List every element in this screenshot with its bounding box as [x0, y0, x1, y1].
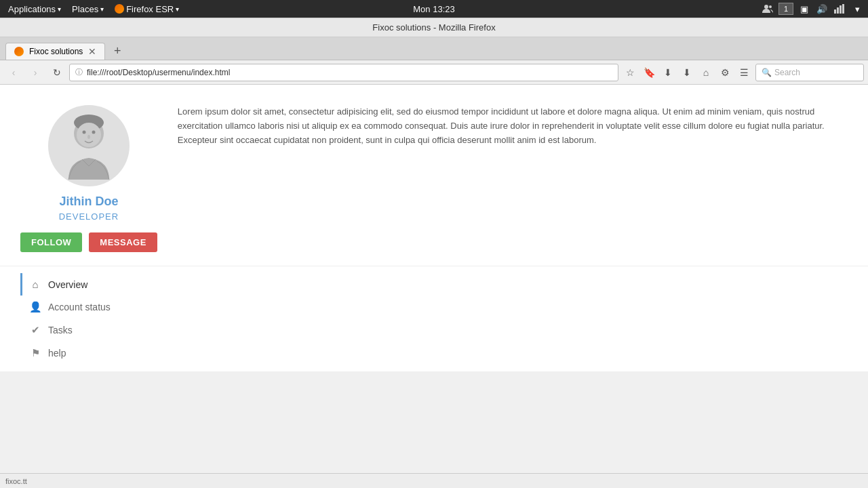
search-icon: 🔍: [762, 68, 772, 77]
home-bookmark-icon[interactable]: 🔖: [640, 64, 658, 81]
nav-item-help[interactable]: ⚑ help: [20, 342, 868, 365]
profile-right: Lorem ipsum dolor sit amet, consectetur …: [178, 98, 848, 252]
places-chevron-icon: ▾: [100, 5, 104, 13]
navigation-bar: ‹ › ↻ ⓘ ☆ 🔖 ⬇ ⬇ ⌂ ⚙ ☰ 🔍 Search: [0, 60, 868, 85]
users-tray-icon[interactable]: [761, 2, 774, 16]
workspace-indicator[interactable]: 1: [778, 3, 793, 15]
avatar: [48, 105, 130, 186]
network-icon[interactable]: [833, 2, 846, 16]
bookmark-star-icon[interactable]: ☆: [621, 64, 639, 81]
places-menu[interactable]: Places ▾: [68, 3, 108, 16]
search-bar[interactable]: 🔍 Search: [755, 64, 864, 81]
nav-account-label: Account status: [48, 302, 111, 312]
browser-window: Fixoc solutions - Mozilla Firefox Fixoc …: [0, 18, 868, 85]
browser-footer: fixoc.tt: [0, 473, 868, 488]
svg-point-11: [87, 135, 90, 139]
browser-toolbar-icons: ☆ 🔖 ⬇ ⬇ ⌂ ⚙ ☰: [621, 64, 753, 81]
search-placeholder: Search: [774, 68, 800, 77]
svg-point-10: [92, 131, 95, 134]
pocket-icon[interactable]: ⬇: [659, 64, 677, 81]
nav-tasks-label: Tasks: [48, 325, 73, 336]
browser-title: Fixoc solutions - Mozilla Firefox: [372, 22, 495, 33]
home-nav-icon: ⌂: [29, 279, 41, 290]
nav-item-account-status[interactable]: 👤 Account status: [20, 296, 868, 319]
tab-close-button[interactable]: ✕: [88, 47, 96, 56]
footer-text: fixoc.tt: [5, 477, 27, 485]
tab-favicon: [14, 47, 24, 56]
developer-tools-icon[interactable]: ⚙: [716, 64, 734, 81]
user-nav-icon: 👤: [29, 301, 41, 313]
side-navigation: ⌂ Overview 👤 Account status ✔ Tasks ⚑ he…: [0, 266, 868, 371]
home-button[interactable]: ⌂: [697, 64, 715, 81]
nav-item-tasks[interactable]: ✔ Tasks: [20, 319, 868, 342]
message-button[interactable]: MESSAGE: [89, 232, 157, 252]
svg-point-0: [764, 5, 768, 9]
applications-menu[interactable]: Applications ▾: [4, 3, 65, 16]
avatar-image: [55, 112, 123, 180]
active-tab[interactable]: Fixoc solutions ✕: [5, 43, 105, 60]
nav-overview-label: Overview: [48, 279, 87, 290]
profile-section: Jithin Doe DEVELOPER FOLLOW MESSAGE Lore…: [0, 85, 868, 266]
nav-item-overview[interactable]: ⌂ Overview: [20, 273, 868, 296]
browser-chevron-icon: ▾: [176, 5, 179, 13]
forward-button[interactable]: ›: [26, 63, 45, 82]
reload-button[interactable]: ↻: [47, 63, 66, 82]
page-content: Jithin Doe DEVELOPER FOLLOW MESSAGE Lore…: [0, 85, 868, 371]
follow-button[interactable]: FOLLOW: [20, 232, 82, 252]
svg-point-1: [769, 5, 772, 8]
svg-rect-5: [842, 4, 844, 14]
hamburger-menu[interactable]: ☰: [735, 64, 753, 81]
svg-rect-2: [834, 9, 836, 14]
back-button[interactable]: ‹: [4, 63, 23, 82]
svg-point-9: [82, 131, 85, 134]
more-icon[interactable]: ▾: [850, 2, 864, 16]
os-taskbar-left: Applications ▾ Places ▾ Firefox ESR ▾: [4, 3, 183, 16]
security-icon: ⓘ: [75, 67, 83, 77]
browser-label: Firefox ESR: [126, 4, 174, 14]
nav-help-label: help: [48, 348, 66, 359]
os-tray: 1 ▣ 🔊 ▾: [761, 2, 864, 16]
tab-title: Fixoc solutions: [29, 47, 83, 56]
window-icon[interactable]: ▣: [797, 2, 811, 16]
new-tab-button[interactable]: +: [108, 42, 127, 60]
applications-chevron-icon: ▾: [58, 5, 61, 13]
check-nav-icon: ✔: [29, 324, 41, 336]
profile-role: DEVELOPER: [59, 211, 119, 222]
profile-name: Jithin Doe: [59, 195, 118, 209]
profile-bio: Lorem ipsum dolor sit amet, consectetur …: [178, 105, 848, 147]
places-label: Places: [72, 4, 98, 14]
download-icon[interactable]: ⬇: [678, 64, 696, 81]
browser-title-bar: Fixoc solutions - Mozilla Firefox: [0, 18, 868, 37]
url-input[interactable]: [87, 68, 612, 77]
os-clock: Mon 13:23: [413, 4, 454, 14]
svg-rect-4: [840, 5, 842, 14]
firefox-icon: [115, 4, 124, 14]
url-bar[interactable]: ⓘ: [69, 64, 618, 81]
flag-nav-icon: ⚑: [29, 347, 41, 359]
tab-bar: Fixoc solutions ✕ +: [0, 37, 868, 60]
svg-rect-3: [837, 7, 839, 14]
profile-actions: FOLLOW MESSAGE: [20, 232, 157, 252]
os-taskbar: Applications ▾ Places ▾ Firefox ESR ▾ Mo…: [0, 0, 868, 18]
volume-icon[interactable]: 🔊: [815, 2, 829, 16]
profile-left: Jithin Doe DEVELOPER FOLLOW MESSAGE: [20, 98, 157, 252]
browser-menu[interactable]: Firefox ESR ▾: [111, 3, 183, 16]
applications-label: Applications: [8, 4, 56, 14]
